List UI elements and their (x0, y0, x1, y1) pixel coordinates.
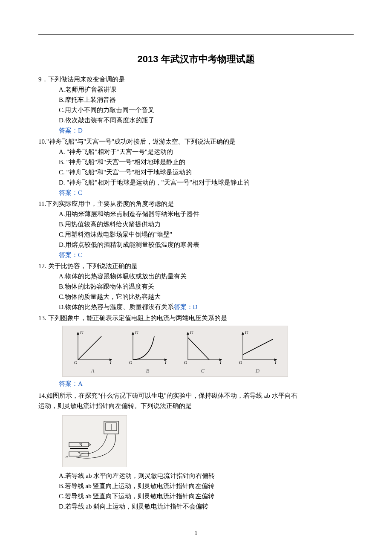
q14-option-b: B.若导线 ab 竖直向上运动，则灵敏电流计指针向左偏转 (59, 481, 354, 491)
q10-stem: 10."神舟飞船"与"天宫一号"成功对接后，遨游太空。下列说法正确的是 (38, 136, 354, 147)
svg-text:I: I (110, 360, 112, 364)
svg-text:O: O (184, 360, 187, 364)
q13-graph-c: U I O C (182, 330, 224, 376)
svg-text:I: I (274, 360, 277, 364)
question-13: 13. 下列图象中，能正确表示定值电阻上的电流与两端电压关系的是 U I O A… (38, 313, 354, 389)
q12-option-b: B.物体的比热容跟物体的温度有关 (59, 281, 354, 292)
q12-option-d-text: D.物体的比热容与温度、质量都没有关系 (59, 304, 174, 310)
q9-option-d: D.依次敲击装有不同高度水的瓶子 (59, 115, 354, 125)
q10-option-c: C. "神舟飞船"和"天宫一号"相对于地球是运动的 (59, 167, 354, 177)
magnet-galvanometer-icon: N S b a (65, 418, 124, 465)
q9-stem: 9．下列做法用来改变音调的是 (38, 74, 354, 84)
q13-label-c: C (182, 367, 224, 376)
q10-option-d: D. "神舟飞船"相对于地球是运动的，"天宫一号"相对于地球是静止的 (59, 177, 354, 188)
q13-graphs: U I O A U I O B (62, 326, 288, 377)
q11-stem: 11.下列实际应用中，主要从密度的角度考虑的是 (38, 199, 354, 209)
q11-option-c: C.用塑料泡沫做电影场景中倒塌的"墙壁" (59, 229, 354, 240)
q10-options: A. "神舟飞船"相对于"天宫一号"是运动的 B. "神舟飞船"和"天宫一号"相… (38, 147, 354, 188)
svg-text:O: O (129, 360, 132, 364)
graph-c-icon: U I O (182, 330, 224, 364)
q10-option-b: B. "神舟飞船"和"天宫一号"相对地球是静止的 (59, 157, 354, 167)
q13-label-b: B (127, 367, 169, 376)
q14-option-c: C.若导线 ab 竖直向下运动，则灵敏电流计指针向左偏转 (59, 491, 354, 501)
q14-options: A.若导线 ab 水平向左运动，则灵敏电流计指针向右偏转 B.若导线 ab 竖直… (38, 471, 354, 512)
q14-option-a: A.若导线 ab 水平向左运动，则灵敏电流计指针向右偏转 (59, 471, 354, 481)
q12-option-a: A.物体的比热容跟物体吸收或放出的热量有关 (59, 271, 354, 281)
q12-stem: 12. 关于比热容，下列说法正确的是 (38, 261, 354, 271)
graph-a-icon: U I O (72, 330, 114, 364)
svg-marker-11 (132, 332, 134, 335)
q11-option-a: A.用纳米薄层和纳米点制造存储器等纳米电子器件 (59, 209, 354, 219)
svg-text:a: a (66, 454, 68, 459)
question-14: 14.如图所示，在探究"什么情况下磁可以生电"的实验中，保持磁体不动，若导线 a… (38, 390, 354, 512)
graph-d-icon: U I O (236, 330, 279, 364)
q12-options: A.物体的比热容跟物体吸收或放出的热量有关 B.物体的比热容跟物体的温度有关 C… (38, 271, 354, 312)
question-9: 9．下列做法用来改变音调的是 A.老师用扩音器讲课 B.摩托车上装消音器 C.用… (38, 74, 354, 136)
q13-stem: 13. 下列图象中，能正确表示定值电阻上的电流与两端电压关系的是 (38, 313, 354, 323)
svg-text:S: S (79, 452, 82, 457)
q14-stem-line2: 运动，则灵敏电流计指针向左偏转。下列说法正确的是 (38, 401, 354, 411)
q10-option-a: A. "神舟飞船"相对于"天宫一号"是运动的 (59, 147, 354, 157)
svg-text:U: U (80, 330, 84, 335)
svg-text:U: U (245, 330, 248, 335)
q13-label-a: A (72, 367, 114, 376)
svg-rect-34 (69, 442, 89, 447)
graph-b-icon: U I O (127, 330, 169, 364)
q9-option-a: A.老师用扩音器讲课 (59, 84, 354, 95)
q14-figure: N S b a (62, 415, 127, 467)
question-12: 12. 关于比热容，下列说法正确的是 A.物体的比热容跟物体吸收或放出的热量有关… (38, 261, 354, 312)
header-rule (38, 34, 354, 35)
q13-label-d: D (236, 367, 279, 376)
svg-text:b: b (89, 442, 91, 447)
page-title: 2013 年武汉市中考物理试题 (38, 52, 354, 66)
q13-graph-a: U I O A (72, 330, 114, 376)
svg-text:U: U (190, 330, 193, 335)
q9-option-c: C.用大小不同的力敲击同一个音叉 (59, 105, 354, 115)
q11-option-b: B.用热值较高的燃料给火箭提供动力 (59, 219, 354, 229)
svg-marker-18 (187, 332, 189, 335)
q11-option-d: D.用熔点较低的酒精制成能测量较低温度的寒暑表 (59, 240, 354, 250)
question-10: 10."神舟飞船"与"天宫一号"成功对接后，遨游太空。下列说法正确的是 A. "… (38, 136, 354, 198)
svg-text:N: N (79, 442, 82, 447)
svg-text:U: U (135, 330, 138, 335)
svg-line-30 (243, 339, 273, 355)
q13-graph-b: U I O B (127, 330, 169, 376)
q14-option-d: D.若导线 ab 斜向上运动，则灵敏电流计指针不会偏转 (59, 501, 354, 512)
svg-text:I: I (164, 360, 167, 364)
q12-option-c: C.物体的质量越大，它的比热容越大 (59, 292, 354, 302)
svg-text:O: O (239, 360, 242, 364)
q10-answer: 答案：C (38, 188, 354, 198)
q9-options: A.老师用扩音器讲课 B.摩托车上装消音器 C.用大小不同的力敲击同一个音叉 D… (38, 84, 354, 125)
svg-line-22 (188, 338, 209, 360)
page-number: 1 (38, 529, 354, 538)
q12-option-d: D.物体的比热容与温度、质量都没有关系答案：D (59, 302, 354, 312)
q14-stem-line1: 14.如图所示，在探究"什么情况下磁可以生电"的实验中，保持磁体不动，若导线 a… (38, 390, 354, 401)
svg-marker-26 (242, 332, 244, 335)
q12-answer: 答案：D (174, 304, 198, 310)
q11-answer: 答案：C (38, 250, 354, 260)
q13-answer: 答案：A (38, 379, 354, 389)
q9-answer: 答案：D (38, 125, 354, 136)
q11-options: A.用纳米薄层和纳米点制造存储器等纳米电子器件 B.用热值较高的燃料给火箭提供动… (38, 209, 354, 250)
svg-marker-3 (77, 332, 79, 335)
svg-text:I: I (219, 360, 222, 364)
question-11: 11.下列实际应用中，主要从密度的角度考虑的是 A.用纳米薄层和纳米点制造存储器… (38, 199, 354, 260)
q13-graph-d: U I O D (236, 330, 279, 376)
q9-option-b: B.摩托车上装消音器 (59, 95, 354, 105)
svg-text:O: O (74, 360, 77, 364)
svg-line-7 (78, 336, 101, 360)
